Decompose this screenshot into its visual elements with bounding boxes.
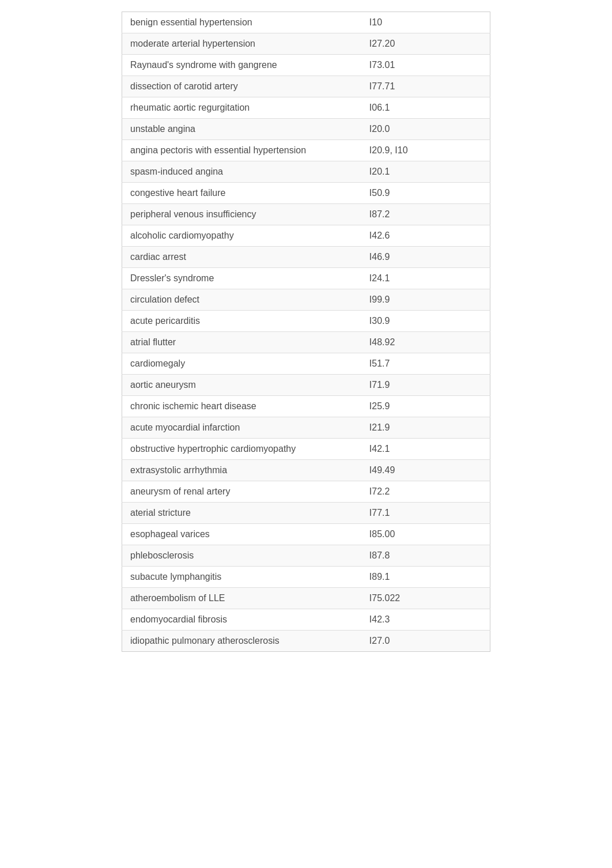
code-cell: I50.9: [361, 183, 490, 204]
condition-cell: moderate arterial hypertension: [122, 33, 361, 55]
condition-cell: aneurysm of renal artery: [122, 481, 361, 503]
table-row: angina pectoris with essential hypertens…: [122, 140, 490, 161]
code-cell: I20.1: [361, 161, 490, 183]
condition-cell: aortic aneurysm: [122, 375, 361, 396]
condition-cell: congestive heart failure: [122, 183, 361, 204]
condition-cell: atheroembolism of LLE: [122, 588, 361, 609]
condition-cell: rheumatic aortic regurgitation: [122, 97, 361, 119]
table-row: idiopathic pulmonary atherosclerosisI27.…: [122, 631, 490, 652]
condition-cell: Dressler's syndrome: [122, 268, 361, 289]
condition-cell: peripheral venous insufficiency: [122, 204, 361, 225]
code-cell: I25.9: [361, 396, 490, 417]
code-cell: I49.49: [361, 460, 490, 481]
condition-cell: aterial stricture: [122, 503, 361, 524]
table-row: aterial strictureI77.1: [122, 503, 490, 524]
code-cell: I30.9: [361, 311, 490, 332]
code-cell: I42.6: [361, 225, 490, 247]
code-cell: I20.9, I10: [361, 140, 490, 161]
table-row: subacute lymphangitisI89.1: [122, 567, 490, 588]
condition-cell: angina pectoris with essential hypertens…: [122, 140, 361, 161]
table-row: cardiomegalyI51.7: [122, 353, 490, 375]
code-cell: I24.1: [361, 268, 490, 289]
table-row: atheroembolism of LLEI75.022: [122, 588, 490, 609]
code-cell: I48.92: [361, 332, 490, 353]
code-cell: I75.022: [361, 588, 490, 609]
condition-cell: circulation defect: [122, 289, 361, 311]
condition-cell: phlebosclerosis: [122, 545, 361, 567]
table-row: aneurysm of renal arteryI72.2: [122, 481, 490, 503]
table-row: obstructive hypertrophic cardiomyopathyI…: [122, 439, 490, 460]
table-row: rheumatic aortic regurgitationI06.1: [122, 97, 490, 119]
table-row: extrasystolic arrhythmiaI49.49: [122, 460, 490, 481]
condition-cell: cardiac arrest: [122, 247, 361, 268]
condition-cell: esophageal varices: [122, 524, 361, 545]
code-cell: I85.00: [361, 524, 490, 545]
table-row: phlebosclerosisI87.8: [122, 545, 490, 567]
code-cell: I42.1: [361, 439, 490, 460]
table-row: chronic ischemic heart diseaseI25.9: [122, 396, 490, 417]
condition-cell: acute myocardial infarction: [122, 417, 361, 439]
code-cell: I06.1: [361, 97, 490, 119]
code-cell: I87.2: [361, 204, 490, 225]
table-row: peripheral venous insufficiencyI87.2: [122, 204, 490, 225]
code-cell: I42.3: [361, 609, 490, 631]
table-container: benign essential hypertensionI10moderate…: [104, 0, 508, 663]
condition-cell: alcoholic cardiomyopathy: [122, 225, 361, 247]
table-row: atrial flutterI48.92: [122, 332, 490, 353]
table-row: acute pericarditisI30.9: [122, 311, 490, 332]
code-cell: I20.0: [361, 119, 490, 140]
table-row: moderate arterial hypertensionI27.20: [122, 33, 490, 55]
code-cell: I51.7: [361, 353, 490, 375]
condition-cell: chronic ischemic heart disease: [122, 396, 361, 417]
table-row: benign essential hypertensionI10: [122, 12, 490, 33]
code-cell: I73.01: [361, 55, 490, 76]
table-row: esophageal varicesI85.00: [122, 524, 490, 545]
table-row: cardiac arrestI46.9: [122, 247, 490, 268]
code-cell: I72.2: [361, 481, 490, 503]
code-cell: I10: [361, 12, 490, 33]
table-row: endomyocardial fibrosisI42.3: [122, 609, 490, 631]
table-row: spasm-induced anginaI20.1: [122, 161, 490, 183]
condition-cell: benign essential hypertension: [122, 12, 361, 33]
condition-cell: acute pericarditis: [122, 311, 361, 332]
condition-cell: idiopathic pulmonary atherosclerosis: [122, 631, 361, 652]
medical-codes-table: benign essential hypertensionI10moderate…: [122, 12, 490, 652]
condition-cell: endomyocardial fibrosis: [122, 609, 361, 631]
condition-cell: dissection of carotid artery: [122, 76, 361, 97]
condition-cell: atrial flutter: [122, 332, 361, 353]
condition-cell: Raynaud's syndrome with gangrene: [122, 55, 361, 76]
code-cell: I77.1: [361, 503, 490, 524]
code-cell: I27.20: [361, 33, 490, 55]
table-row: Dressler's syndromeI24.1: [122, 268, 490, 289]
condition-cell: cardiomegaly: [122, 353, 361, 375]
condition-cell: obstructive hypertrophic cardiomyopathy: [122, 439, 361, 460]
code-cell: I77.71: [361, 76, 490, 97]
condition-cell: unstable angina: [122, 119, 361, 140]
table-row: unstable anginaI20.0: [122, 119, 490, 140]
code-cell: I27.0: [361, 631, 490, 652]
code-cell: I87.8: [361, 545, 490, 567]
code-cell: I46.9: [361, 247, 490, 268]
table-row: dissection of carotid arteryI77.71: [122, 76, 490, 97]
table-row: circulation defectI99.9: [122, 289, 490, 311]
code-cell: I71.9: [361, 375, 490, 396]
table-row: congestive heart failureI50.9: [122, 183, 490, 204]
condition-cell: spasm-induced angina: [122, 161, 361, 183]
code-cell: I21.9: [361, 417, 490, 439]
condition-cell: extrasystolic arrhythmia: [122, 460, 361, 481]
condition-cell: subacute lymphangitis: [122, 567, 361, 588]
table-row: alcoholic cardiomyopathyI42.6: [122, 225, 490, 247]
table-row: aortic aneurysmI71.9: [122, 375, 490, 396]
table-row: acute myocardial infarctionI21.9: [122, 417, 490, 439]
code-cell: I99.9: [361, 289, 490, 311]
code-cell: I89.1: [361, 567, 490, 588]
table-row: Raynaud's syndrome with gangreneI73.01: [122, 55, 490, 76]
